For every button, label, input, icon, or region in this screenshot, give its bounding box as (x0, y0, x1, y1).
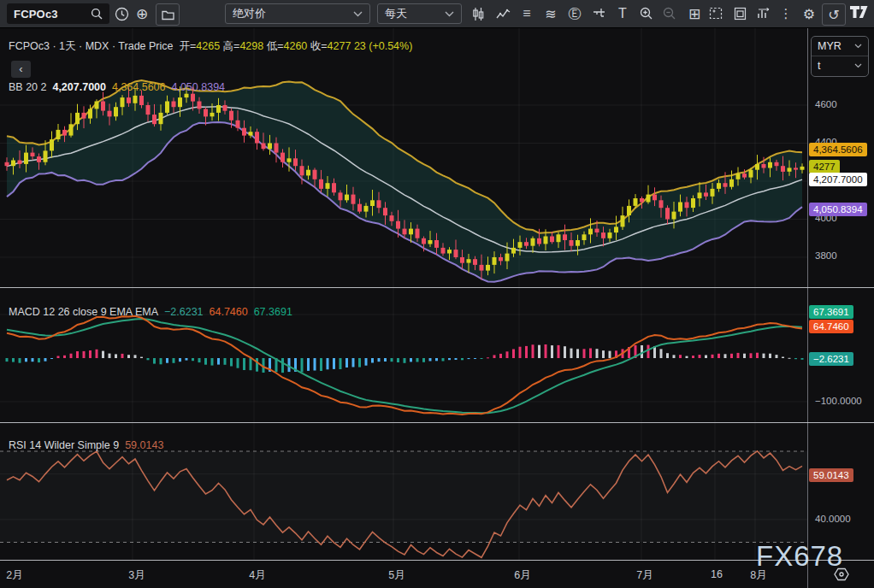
market-grid-button[interactable]: ⊞ (683, 3, 706, 24)
settings-button[interactable]: ⚙ (798, 3, 820, 24)
open-folder-button[interactable] (156, 3, 180, 26)
time-axis[interactable]: 2月3月4月5月6月7月168月 (0, 561, 874, 588)
tv-logo-icon (850, 6, 869, 19)
indicators-button[interactable] (492, 3, 514, 24)
close-label: 收= (310, 40, 328, 52)
bb-basis-badge: 4,207.7000 (809, 173, 867, 186)
undo-button[interactable]: ↺ (822, 3, 846, 26)
macd-signal-badge: 67.3691 (809, 305, 853, 319)
gear-icon: ⚙ (803, 6, 815, 22)
panel-separator[interactable] (0, 287, 874, 288)
bb-lower-value: 4,050.8394 (171, 81, 225, 93)
candlestick-icon (471, 7, 485, 21)
time-axis-label: 3月 (128, 568, 145, 583)
measure-button[interactable] (588, 3, 610, 24)
chevron-down-icon (854, 63, 862, 68)
high-label: 高= (223, 40, 240, 52)
snapshot-icon (709, 7, 723, 21)
macd-hist-badge: −2.6231 (809, 352, 853, 366)
bb-legend[interactable]: BB 20 2 4,207.7000 4,364.5606 4,050.8394 (9, 81, 225, 93)
close-value: 4277 (328, 40, 351, 52)
snapshot-button[interactable] (705, 3, 727, 24)
macd-line-value: 64.7460 (210, 306, 248, 318)
volume-profile-button[interactable] (753, 3, 775, 24)
compare-add-button[interactable]: ⊕ (131, 3, 153, 24)
time-axis-label: 5月 (388, 568, 405, 583)
open-label: 开= (179, 40, 196, 52)
high-value: 4298 (239, 40, 263, 52)
text-tool-button[interactable]: T (611, 3, 634, 24)
layout-button[interactable] (729, 3, 751, 24)
unit-dropdown[interactable]: t (812, 56, 868, 75)
unit-label: t (818, 60, 820, 72)
measure-ruler-icon (592, 7, 605, 21)
undo-icon: ↺ (828, 7, 839, 23)
panel-separator[interactable] (0, 422, 874, 423)
history-clock-button[interactable] (110, 3, 133, 24)
currency-dropdown[interactable]: MYR (812, 37, 868, 56)
legend-symbol: FCPOc3 (9, 40, 50, 52)
top-toolbar: FCPOc3 ⊕ 绝对价 每天 (0, 0, 874, 28)
main-chart-legend[interactable]: FCPOc3 · 1天 · MDX · Trade Price 开=4265 高… (9, 39, 412, 54)
axis-tick-label: 4600 (815, 99, 837, 109)
currency-label: MYR (818, 40, 842, 52)
events-button[interactable]: Ⓔ (564, 3, 586, 24)
more-options-button[interactable]: ⋮ (775, 3, 797, 24)
chevron-down-icon (353, 11, 363, 17)
legend-interval: 1天 (59, 40, 75, 52)
time-axis-label: 6月 (514, 568, 530, 583)
macd-line-badge: 64.7460 (809, 320, 853, 333)
time-axis-label: 7月 (636, 568, 653, 583)
rsi-legend[interactable]: RSI 14 Wilder Simple 9 59.0143 (9, 439, 163, 451)
price-mode-label: 绝对价 (233, 6, 266, 21)
macd-signal-value: 67.3691 (254, 306, 292, 318)
zoom-out-icon (663, 7, 676, 21)
search-icon (91, 8, 103, 20)
bar-chart-arrow-icon (757, 7, 771, 21)
rsi-value-badge: 59.0143 (809, 468, 853, 482)
bb-title: BB 20 2 (9, 81, 46, 93)
legend-separator: · (79, 40, 82, 52)
zoom-out-button[interactable] (658, 3, 681, 24)
price-axis[interactable]: 46004400400038004,364.560642774,207.7000… (807, 28, 874, 560)
folder-icon (162, 9, 174, 21)
interval-label: 每天 (385, 6, 407, 21)
change-value: 23 (+0.54%) (354, 40, 412, 52)
kebab-menu-icon: ⋮ (780, 6, 793, 21)
time-axis-label: 4月 (249, 568, 265, 583)
trading-app: FCPOc3 ⊕ 绝对价 每天 (0, 0, 874, 588)
zoom-in-button[interactable] (635, 3, 658, 24)
axis-tick-label: −100.0000 (815, 396, 862, 406)
tradingview-logo[interactable] (850, 6, 869, 19)
plus-circle-icon: ⊕ (136, 5, 148, 23)
rsi-value: 59.0143 (125, 439, 163, 451)
axis-tick-label: 3800 (815, 250, 837, 261)
legend-series-type: Trade Price (118, 40, 173, 52)
macd-title: MACD 12 26 close 9 EMA EMA (9, 306, 158, 318)
text-tool-icon: T (618, 6, 627, 21)
symbol-search-box[interactable]: FCPOc3 (7, 3, 109, 24)
chevron-down-icon (445, 11, 454, 17)
templates-button[interactable]: ≡ (516, 3, 538, 24)
low-value: 4260 (284, 40, 308, 52)
time-axis-label: 2月 (6, 568, 22, 583)
low-label: 低= (267, 40, 284, 52)
chart-style-button[interactable] (467, 3, 489, 24)
macd-legend[interactable]: MACD 12 26 close 9 EMA EMA −2.6231 64.74… (9, 306, 292, 318)
macd-hist-value: −2.6231 (164, 306, 204, 318)
main-chart-canvas[interactable] (0, 28, 807, 287)
price-mode-dropdown[interactable]: 绝对价 (225, 3, 370, 24)
last-price-badge: 4277 (809, 160, 840, 173)
compare-overlay-button[interactable]: ≋ (540, 3, 562, 24)
time-axis-label: 16 (711, 568, 723, 580)
interval-dropdown[interactable]: 每天 (377, 3, 462, 24)
collapse-legend-button[interactable]: ‹ (11, 61, 31, 78)
clock-icon (115, 7, 129, 21)
grid-icon: ⊞ (688, 5, 700, 23)
open-value: 4265 (196, 40, 220, 52)
fx678-watermark: FX678 (756, 540, 843, 573)
zoom-in-icon (640, 7, 653, 21)
bb-lower-badge: 4,050.8394 (809, 203, 867, 216)
legend-separator: · (52, 40, 56, 52)
legend-exchange: MDX (86, 40, 109, 52)
